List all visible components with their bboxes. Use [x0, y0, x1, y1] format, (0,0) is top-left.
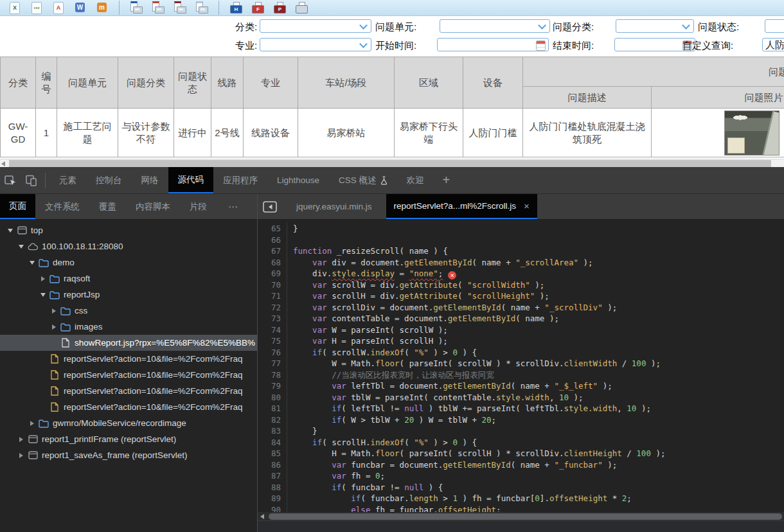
- line-number[interactable]: 75: [258, 335, 287, 347]
- line-number[interactable]: 82: [258, 414, 287, 426]
- tab-content-scripts[interactable]: 内容脚本: [126, 194, 180, 219]
- problem-photo-thumbnail[interactable]: [724, 111, 780, 155]
- line-number[interactable]: 90: [258, 504, 287, 513]
- device-toolbar-icon[interactable]: [21, 167, 41, 193]
- line-number[interactable]: 65: [258, 223, 287, 235]
- tree-item[interactable]: reportServlet?action=10&file=%2Fcom%2Fra…: [0, 399, 257, 415]
- line-number[interactable]: 71: [258, 290, 287, 302]
- collapse-arrow-icon[interactable]: [16, 437, 26, 442]
- specialty-select[interactable]: [260, 38, 371, 51]
- line-number[interactable]: 81: [258, 403, 287, 414]
- line-number[interactable]: 67: [258, 245, 287, 257]
- print-flash-icon[interactable]: F: [251, 1, 265, 14]
- problem-status-input[interactable]: [765, 19, 784, 33]
- scroll-left-arrow-icon[interactable]: [1, 161, 5, 166]
- tree-item[interactable]: 100.100.18.11:28080: [0, 238, 257, 254]
- category-select[interactable]: [260, 19, 371, 33]
- line-number[interactable]: 84: [258, 437, 287, 448]
- export-mht-icon[interactable]: m: [95, 1, 109, 14]
- tree-item[interactable]: reportServlet?action=10&file=%2Fcom%2Fra…: [0, 351, 257, 367]
- tree-item[interactable]: reportServlet?action=10&file=%2Fcom%2Fra…: [0, 367, 257, 383]
- print-applet-icon[interactable]: [294, 1, 308, 14]
- line-number[interactable]: 74: [258, 324, 287, 336]
- print-preview-flash-icon[interactable]: [151, 1, 165, 14]
- line-number[interactable]: 88: [258, 482, 287, 493]
- tab-page[interactable]: 页面: [0, 194, 35, 219]
- tab-sources[interactable]: 源代码: [168, 167, 214, 193]
- expand-arrow-icon[interactable]: [38, 293, 48, 297]
- tree-item[interactable]: raqsoft: [0, 270, 257, 287]
- inspect-icon[interactable]: [0, 167, 21, 193]
- line-number[interactable]: 89: [258, 493, 287, 504]
- print-preview-pdf-icon[interactable]: [173, 1, 187, 14]
- tree-item[interactable]: report1_saveAs_frame (reportServlet): [0, 447, 257, 463]
- more-tabs-icon[interactable]: ⋯: [228, 194, 239, 219]
- tree-item[interactable]: reportJsp: [0, 287, 257, 303]
- print-html-icon[interactable]: H: [229, 1, 243, 14]
- export-excel-icon[interactable]: X: [8, 1, 22, 14]
- export-word-icon[interactable]: W: [73, 1, 87, 14]
- page-horizontal-scrollbar[interactable]: [0, 159, 784, 167]
- tab-filesystem[interactable]: 文件系统: [35, 194, 89, 219]
- expand-arrow-icon[interactable]: [27, 261, 37, 265]
- print-preview-applet-icon[interactable]: [195, 1, 209, 14]
- tree-item[interactable]: images: [0, 319, 257, 335]
- expand-arrow-icon[interactable]: [16, 245, 26, 249]
- tab-lighthouse[interactable]: Lighthouse: [267, 167, 329, 193]
- scrollbar-thumb[interactable]: [269, 513, 782, 520]
- navigator-toggle-icon[interactable]: [263, 194, 277, 219]
- more-tools-plus-button[interactable]: +: [434, 167, 459, 193]
- tree-item[interactable]: gwmro/MobileService/recordimage: [0, 415, 257, 431]
- tree-item[interactable]: showReport.jsp?rpx=%E5%8F%82%E5%BB%: [0, 335, 257, 351]
- expand-arrow-icon[interactable]: [5, 229, 15, 233]
- line-number[interactable]: 70: [258, 279, 287, 291]
- tree-item[interactable]: top: [0, 222, 257, 238]
- error-icon[interactable]: ×: [448, 271, 456, 279]
- code-horizontal-scrollbar[interactable]: [258, 512, 784, 521]
- line-number[interactable]: 83: [258, 425, 287, 437]
- line-number[interactable]: 85: [258, 448, 287, 459]
- problem-unit-select[interactable]: [440, 19, 550, 33]
- scrollbar-thumb[interactable]: [9, 160, 771, 167]
- tree-item[interactable]: reportServlet?action=10&file=%2Fcom%2Fra…: [0, 383, 257, 399]
- line-number[interactable]: 76: [258, 347, 287, 359]
- line-number[interactable]: 77: [258, 358, 287, 369]
- tab-css-overview[interactable]: CSS 概述: [329, 167, 397, 193]
- editor-tab-reportservlet[interactable]: reportServlet?a...ml%2Fscroll.js×: [386, 194, 537, 219]
- collapse-arrow-icon[interactable]: [49, 324, 59, 330]
- collapse-arrow-icon[interactable]: [38, 276, 48, 281]
- line-number[interactable]: 66: [258, 235, 287, 246]
- calendar-icon[interactable]: [536, 40, 546, 51]
- tab-overrides[interactable]: 覆盖: [89, 194, 126, 219]
- print-preview-html-icon[interactable]: [129, 1, 143, 14]
- tab-application[interactable]: 应用程序: [213, 167, 267, 193]
- custom-query-input[interactable]: 人防门: [762, 38, 784, 51]
- tab-welcome[interactable]: 欢迎: [397, 167, 434, 193]
- tab-elements[interactable]: 元素: [49, 167, 86, 193]
- line-number[interactable]: 86: [258, 459, 287, 471]
- tree-item[interactable]: demo: [0, 254, 257, 270]
- start-time-input[interactable]: [437, 38, 549, 51]
- line-number[interactable]: 78: [258, 369, 287, 381]
- line-number[interactable]: 79: [258, 380, 287, 392]
- tab-snippets[interactable]: 片段: [180, 194, 217, 219]
- tree-item[interactable]: report1_printIFrame (reportServlet): [0, 431, 257, 447]
- code-editor[interactable]: 65}6667function _resizeScroll( name ) {6…: [258, 220, 784, 512]
- editor-tab-jquery[interactable]: jquery.easyui.min.js: [289, 194, 380, 219]
- tab-network[interactable]: 网络: [132, 167, 168, 193]
- tree-item[interactable]: css: [0, 303, 257, 319]
- collapse-arrow-icon[interactable]: [16, 453, 26, 458]
- scroll-left-arrow-icon[interactable]: [260, 514, 264, 519]
- line-number[interactable]: 68: [258, 257, 287, 269]
- close-icon[interactable]: ×: [524, 200, 530, 211]
- problem-class-select[interactable]: [616, 19, 694, 33]
- collapse-arrow-icon[interactable]: [27, 421, 37, 426]
- line-number[interactable]: 73: [258, 313, 287, 324]
- tab-console[interactable]: 控制台: [86, 167, 132, 193]
- export-csv-icon[interactable]: csv: [30, 1, 44, 14]
- line-number[interactable]: 69: [258, 268, 287, 279]
- export-pdf-icon[interactable]: A: [51, 1, 66, 14]
- print-pdf-icon[interactable]: P: [272, 1, 287, 14]
- collapse-arrow-icon[interactable]: [49, 308, 59, 314]
- line-number[interactable]: 72: [258, 302, 287, 314]
